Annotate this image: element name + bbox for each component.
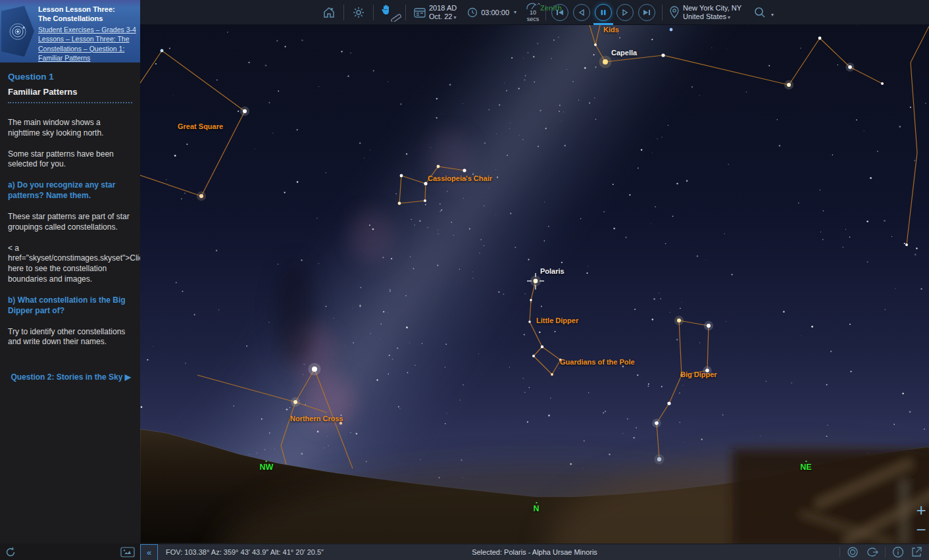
lesson-badge — [1, 6, 34, 57]
zoom-controls: + − — [911, 500, 929, 540]
location-country-label: United States — [683, 13, 726, 20]
sidebar-bottom-bar — [0, 544, 140, 560]
location-city-label: New York City, NY — [683, 4, 741, 13]
star-label-capella[interactable]: Capella — [611, 49, 637, 57]
question-heading: Question 1 — [8, 72, 132, 82]
lesson-paragraph: b) What constellation is the Big Dipper … — [8, 295, 132, 317]
selected-object-readout: Selected: Polaris - Alpha Ursae Minoris — [472, 548, 597, 556]
playback-controls — [551, 4, 655, 21]
constellation-label-great-square[interactable]: Great Square — [178, 122, 223, 130]
question-subheading: Familiar Patterns — [8, 87, 132, 97]
lesson-paragraph: a) Do you recognize any star patterns? N… — [8, 180, 132, 201]
status-bar-right-icons — [840, 546, 929, 558]
constellation-label-guardians-of-the-pole[interactable]: Guardians of the Pole — [560, 358, 635, 366]
lesson-title-line1: Lesson Lesson Three: — [38, 5, 136, 14]
ruler-icon[interactable] — [389, 10, 401, 22]
info-icon[interactable] — [892, 546, 904, 558]
time-flow-indicator — [593, 23, 613, 25]
clock-icon — [467, 7, 478, 18]
rate-unit-label: secs — [527, 16, 540, 22]
chevron-down-icon: ▾ — [514, 9, 516, 15]
next-question-link[interactable]: Question 2: Stories in the Sky ▶ — [8, 372, 132, 382]
lesson-paragraph: The main window shows a nighttime sky lo… — [8, 118, 132, 139]
constellation-label-northern-cross[interactable]: Northern Cross — [290, 415, 343, 422]
fov-az-alt-readout: FOV: 103.38° Az: 359° 43′ 43.9″ Alt: 41°… — [166, 548, 324, 556]
open-external-icon[interactable] — [911, 546, 922, 558]
lesson-header: Lesson Lesson Three: The Constellations … — [0, 0, 140, 63]
date-control[interactable]: 2018 AD Oct. 22▾ — [414, 4, 457, 20]
lesson-paragraph: < a href="skyset/constimages.skyset">Cli… — [8, 243, 132, 285]
calendar-icon — [414, 7, 426, 18]
lesson-paragraph: These star patterns are part of star gro… — [8, 212, 132, 233]
refresh-icon[interactable] — [5, 547, 16, 557]
zoom-in-button[interactable]: + — [911, 500, 929, 520]
spiral-logo-icon — [7, 21, 28, 42]
lesson-title-line2: The Constellations — [38, 14, 136, 23]
play-forward-button[interactable] — [616, 4, 634, 21]
lesson-breadcrumb-links[interactable]: Student Exercises – Grades 3-4 Lessons –… — [38, 25, 136, 63]
sky-viewport[interactable]: KidsCapellaGreat SquareCassiopeia's Chai… — [140, 25, 929, 544]
orbit-icon[interactable] — [865, 546, 878, 558]
sky-canvas — [140, 25, 929, 544]
lesson-text: Lesson Lesson Three: The Constellations … — [37, 0, 140, 63]
search-control[interactable]: ▾ — [753, 6, 774, 19]
date-era-label: 2018 AD — [429, 4, 457, 13]
dotted-divider — [8, 102, 132, 103]
home-icon[interactable] — [322, 6, 336, 19]
divider — [405, 5, 406, 20]
divider — [373, 5, 374, 20]
pause-button[interactable] — [595, 4, 612, 21]
divider — [343, 5, 344, 20]
constellation-label-little-dipper[interactable]: Little Dipper — [536, 317, 578, 324]
search-icon — [753, 6, 766, 19]
status-bar: « FOV: 103.38° Az: 359° 43′ 43.9″ Alt: 4… — [140, 544, 929, 560]
constellation-label-big-dipper[interactable]: Big Dipper — [680, 370, 717, 378]
chevron-down-icon: ▾ — [453, 14, 456, 20]
jump-to-end-button[interactable] — [638, 4, 655, 21]
top-toolbar: Zenith — [140, 0, 929, 25]
divider — [840, 547, 840, 557]
planetarium-app: KidsCapellaGreat SquareCassiopeia's Chai… — [0, 0, 929, 560]
chevron-down-icon: ▾ — [728, 14, 730, 20]
divider — [545, 5, 546, 20]
divider — [885, 547, 886, 557]
divider — [662, 5, 663, 20]
lesson-question-body: The main window shows a nighttime sky lo… — [8, 118, 132, 347]
lesson-sidebar: Question 1 Familiar Patterns The main wi… — [0, 63, 140, 544]
time-control[interactable]: 03:00:00 ▾ — [467, 7, 516, 18]
settings-gear-icon[interactable] — [352, 6, 365, 19]
play-backward-button[interactable] — [573, 4, 590, 21]
location-pin-icon — [669, 6, 680, 19]
lesson-paragraph: Some star patterns have been selected fo… — [8, 149, 132, 170]
time-label: 03:00:00 — [481, 9, 509, 16]
collapse-sidebar-button[interactable]: « — [140, 544, 158, 560]
time-flow-rate-control[interactable]: 10 secs — [526, 2, 540, 22]
date-day-label: Oct. 22 — [429, 13, 452, 20]
foreground-shed — [732, 449, 929, 544]
star-label-polaris[interactable]: Polaris — [540, 267, 565, 275]
constellation-label-cassiopeia-s-chair[interactable]: Cassiopeia's Chair — [428, 174, 492, 182]
location-control[interactable]: New York City, NY United States▾ — [669, 4, 741, 20]
zoom-out-button[interactable]: − — [911, 520, 929, 540]
chevron-down-icon: ▾ — [771, 12, 774, 18]
constellation-label-kids[interactable]: Kids — [603, 26, 619, 34]
presentation-mode-icon[interactable] — [120, 547, 135, 557]
jump-to-start-button[interactable] — [551, 4, 568, 21]
lesson-paragraph: Try to identify other constellations and… — [8, 327, 132, 348]
center-target-icon[interactable] — [847, 546, 859, 558]
